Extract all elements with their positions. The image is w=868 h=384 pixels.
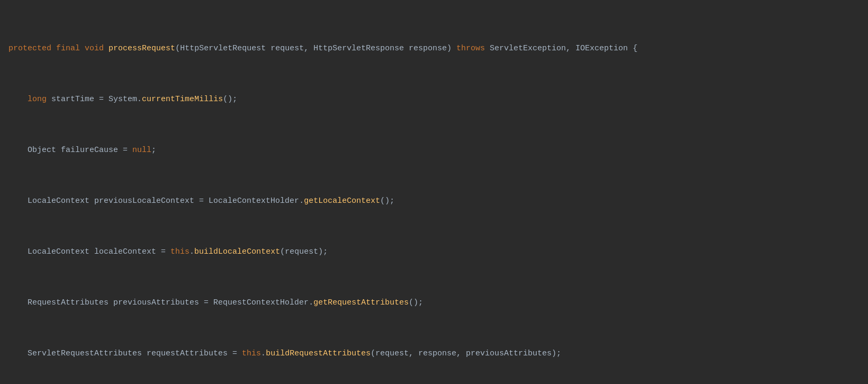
code-line-7: ServletRequestAttributes requestAttribut… (0, 347, 868, 360)
code-line-1: protected final void processRequest(Http… (0, 42, 868, 55)
code-line-2: long startTime = System.currentTimeMilli… (0, 93, 868, 106)
code-line-3: Object failureCause = null; (0, 144, 868, 157)
code-line-4: LocaleContext previousLocaleContext = Lo… (0, 195, 868, 208)
code-viewer: protected final void processRequest(Http… (0, 0, 868, 384)
code-line-6: RequestAttributes previousAttributes = R… (0, 297, 868, 309)
code-line-5: LocaleContext localeContext = this.build… (0, 246, 868, 258)
